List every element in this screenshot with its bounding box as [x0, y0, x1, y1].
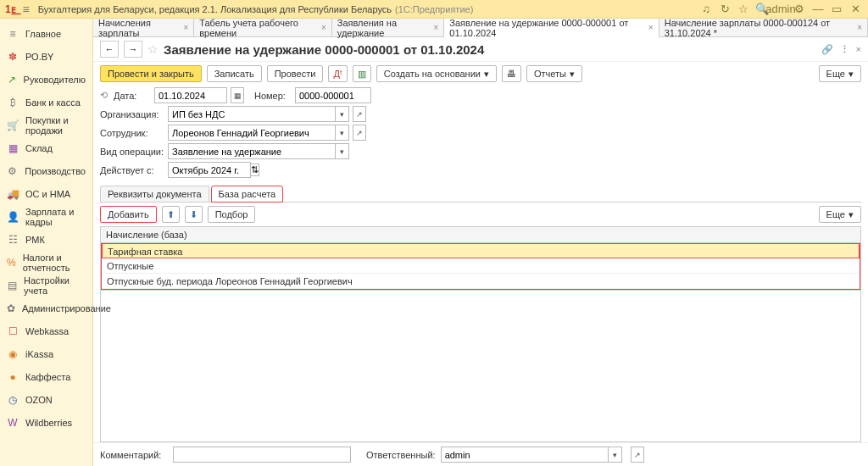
sidebar-item-11[interactable]: ▤Настройки учета [0, 274, 92, 297]
optype-dropdown-icon[interactable]: ▾ [336, 143, 349, 159]
doc-tab-1[interactable]: Табель учета рабочего времени× [194, 19, 332, 36]
more-icon[interactable]: ⋮ [840, 44, 849, 55]
responsible-open-icon[interactable]: ↗ [631, 447, 644, 463]
add-button[interactable]: Добавить [100, 206, 157, 223]
sidebar-item-12[interactable]: ✿Администрирование [0, 297, 92, 319]
close-icon[interactable]: × [648, 23, 654, 32]
nav-label: Каффеста [25, 372, 70, 382]
debit-credit-icon[interactable]: Дᵗ [328, 65, 347, 82]
close-page-icon[interactable]: × [856, 44, 861, 55]
nav-icon: ◉ [7, 348, 19, 360]
org-open-icon[interactable]: ↗ [353, 106, 366, 122]
settings-icon[interactable]: ⚙ [792, 2, 807, 17]
nav-icon: 🛒 [7, 119, 19, 131]
link-small-icon[interactable]: ⟲ [100, 90, 114, 101]
close-window-icon[interactable]: ✕ [848, 2, 863, 17]
emp-dropdown-icon[interactable]: ▾ [336, 125, 349, 141]
sidebar-item-4[interactable]: 🛒Покупки и продажи [0, 114, 92, 136]
save-button[interactable]: Записать [207, 65, 262, 82]
reports-button[interactable]: Отчеты ▾ [526, 65, 582, 82]
nav-label: Wildberries [25, 418, 72, 428]
print-icon[interactable]: 🖶 [502, 65, 521, 82]
tab-requisites[interactable]: Реквизиты документа [100, 186, 209, 202]
sidebar-item-14[interactable]: ◉iKassa [0, 342, 92, 365]
create-based-button[interactable]: Создать на основании ▾ [376, 65, 497, 82]
emp-open-icon[interactable]: ↗ [353, 125, 366, 141]
number-label: Номер: [254, 91, 295, 101]
sidebar-item-0[interactable]: ≡Главное [0, 22, 92, 45]
sidebar-item-15[interactable]: ●Каффеста [0, 365, 92, 388]
nav-label: Склад [25, 143, 53, 153]
table-row[interactable]: Отпускные [102, 258, 860, 274]
history-icon[interactable]: ↻ [717, 2, 732, 17]
post-and-close-button[interactable]: Провести и закрыть [100, 65, 202, 82]
minimize-icon[interactable]: — [810, 2, 826, 17]
favorite-icon[interactable]: ☆ [147, 42, 159, 56]
sidebar-item-17[interactable]: WWildberries [0, 411, 92, 434]
nav-icon: 👤 [7, 211, 19, 223]
nav-label: РО.BY [25, 52, 53, 62]
bell-icon[interactable]: ♫ [698, 2, 714, 17]
nav-forward-button[interactable]: → [124, 41, 142, 58]
nav-label: iKassa [25, 349, 53, 359]
sidebar-item-2[interactable]: ↗Руководителю [0, 68, 92, 91]
menu-icon[interactable]: ≡ [19, 3, 33, 16]
sidebar-item-16[interactable]: ◷OZON [0, 388, 92, 411]
link-icon[interactable]: 🔗 [821, 44, 833, 55]
sidebar-item-7[interactable]: 🚚ОС и НМА [0, 182, 92, 205]
table-more-button[interactable]: Еще ▾ [819, 206, 861, 223]
doc-tab-3[interactable]: Заявление на удержание 0000-000001 от 01… [444, 19, 659, 37]
sidebar-item-8[interactable]: 👤Зарплата и кадры [0, 205, 92, 228]
nav-label: Руководителю [24, 75, 86, 85]
org-dropdown-icon[interactable]: ▾ [336, 106, 349, 122]
doc-tab-0[interactable]: Начисления зарплаты× [93, 19, 194, 36]
number-input[interactable] [295, 87, 371, 103]
responsible-dropdown-icon[interactable]: ▾ [609, 447, 622, 463]
sidebar-item-3[interactable]: ₿Банк и касса [0, 91, 92, 114]
table-row[interactable]: Тарифная ставка [102, 243, 860, 258]
sidebar-item-6[interactable]: ⚙Производство [0, 159, 92, 182]
sidebar-item-13[interactable]: ☐Webkassa [0, 319, 92, 342]
sidebar-item-9[interactable]: ☷РМК [0, 228, 92, 251]
structure-icon[interactable]: ▥ [353, 65, 371, 82]
move-up-icon[interactable]: ⬆ [162, 206, 180, 223]
close-icon[interactable]: × [857, 23, 862, 32]
maximize-icon[interactable]: ▭ [829, 2, 844, 17]
emp-input[interactable] [168, 125, 336, 141]
optype-input[interactable] [168, 143, 336, 159]
nav-label: Webkassa [25, 326, 69, 336]
effective-spin-icon[interactable]: ⇅ [251, 164, 259, 176]
doc-tab-4[interactable]: Начисление зарплаты 0000-000124 от 31.10… [659, 19, 868, 36]
more-button[interactable]: Еще ▾ [819, 65, 861, 82]
sidebar-item-5[interactable]: ▦Склад [0, 136, 92, 159]
close-icon[interactable]: × [321, 23, 326, 32]
pick-button[interactable]: Подбор [208, 206, 256, 223]
calendar-icon[interactable]: ▦ [231, 87, 244, 103]
nav-label: ОС и НМА [25, 189, 70, 199]
org-label: Организация: [100, 109, 168, 119]
tab-calc-base[interactable]: База расчета [211, 186, 284, 202]
move-down-icon[interactable]: ⬇ [185, 206, 203, 223]
doc-tab-2[interactable]: Заявления на удержание× [332, 19, 445, 36]
nav-icon: ▤ [7, 280, 17, 291]
sidebar-item-1[interactable]: ✽РО.BY [0, 45, 92, 68]
sidebar-item-10[interactable]: %Налоги и отчетность [0, 251, 92, 274]
user-label[interactable]: admin [773, 2, 788, 17]
nav-icon: ≡ [7, 28, 19, 40]
nav-icon: ₿ [7, 97, 19, 108]
post-button[interactable]: Провести [267, 65, 324, 82]
date-input[interactable] [154, 87, 227, 103]
tab-label: Начисления зарплаты [98, 18, 180, 38]
nav-label: Налоги и отчетность [23, 252, 86, 273]
org-input[interactable] [168, 106, 336, 122]
table-row[interactable]: Отпускные буд. периода Лореонов Геннадий… [102, 274, 860, 289]
star-icon[interactable]: ☆ [736, 2, 751, 17]
comment-input[interactable] [173, 447, 351, 463]
close-icon[interactable]: × [434, 23, 439, 32]
effective-input[interactable] [168, 162, 251, 178]
close-icon[interactable]: × [183, 23, 188, 32]
page-title: Заявление на удержание 0000-000001 от 01… [164, 42, 484, 57]
nav-icon: ◷ [7, 394, 19, 406]
responsible-input[interactable] [441, 447, 609, 463]
nav-back-button[interactable]: ← [100, 41, 119, 58]
